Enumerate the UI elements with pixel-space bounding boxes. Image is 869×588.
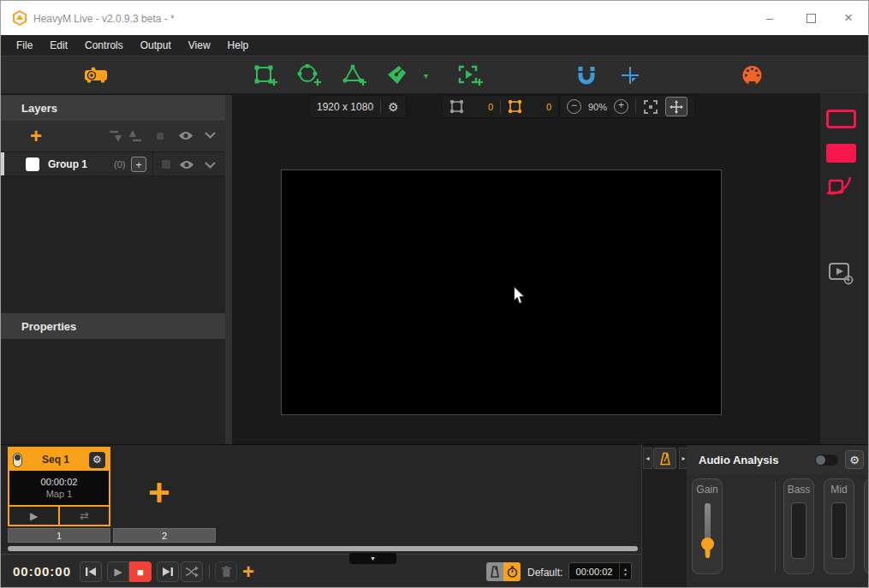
minimize-button[interactable]: – — [757, 9, 783, 27]
add-triangle-button[interactable] — [342, 64, 366, 86]
add-shape-to-group-button[interactable]: + — [131, 157, 146, 172]
add-sequence-button[interactable]: + — [148, 476, 170, 510]
zoom-in-button[interactable]: + — [614, 99, 628, 114]
zoom-control: − 90% + — [559, 95, 695, 118]
skip-forward-button[interactable] — [157, 561, 179, 582]
effects-appearance-button[interactable] — [825, 174, 853, 199]
row-divider — [152, 152, 153, 175]
mouse-cursor — [513, 286, 526, 305]
mid-meter[interactable] — [831, 502, 847, 559]
menu-output[interactable]: Output — [132, 36, 180, 55]
canvas-resolution: 1920 x 1080 — [317, 101, 373, 113]
group-count-icon — [508, 99, 522, 114]
visibility-all-eye-icon[interactable] — [178, 130, 193, 141]
heavym-logo-icon — [12, 10, 27, 26]
timer-transition-button[interactable] — [503, 562, 521, 581]
resolution-gear-icon[interactable]: ⚙ — [388, 100, 399, 114]
bass-meter[interactable] — [791, 502, 807, 559]
sequence-loop-button[interactable]: ⇄ — [58, 507, 109, 525]
menu-controls[interactable]: Controls — [76, 36, 132, 55]
menu-view[interactable]: View — [180, 36, 219, 55]
group-selected-accent — [1, 152, 4, 175]
menu-edit[interactable]: Edit — [41, 36, 76, 55]
menu-help[interactable]: Help — [219, 36, 258, 55]
render-canvas[interactable] — [281, 169, 722, 415]
gain-fader: Gain — [692, 478, 723, 574]
outline-appearance-button[interactable] — [826, 110, 856, 128]
trash-icon — [221, 566, 232, 578]
shape-count-icon — [449, 99, 464, 114]
gain-slider-handle[interactable] — [701, 538, 714, 550]
fit-view-icon[interactable] — [643, 99, 658, 115]
zoom-out-button[interactable]: − — [567, 99, 581, 114]
close-button[interactable]: × — [836, 9, 861, 27]
menubar: File Edit Controls Output View Help — [1, 35, 868, 56]
add-player-icon — [457, 64, 483, 86]
pill-separator — [635, 99, 636, 114]
properties-panel-header: Properties — [1, 313, 225, 339]
play-button[interactable]: ▶ — [107, 561, 129, 582]
expand-beats-left-button[interactable]: ◂ — [643, 448, 652, 469]
group-count-value: 0 — [529, 102, 551, 112]
maximize-button[interactable] — [798, 9, 824, 27]
zoom-level: 90% — [588, 102, 607, 112]
player-settings-button[interactable] — [828, 260, 854, 286]
sequence-gear-button[interactable]: ⚙ — [89, 452, 105, 468]
pan-tool-button[interactable] — [665, 97, 687, 116]
sequence-play-button[interactable]: ▶ — [9, 507, 58, 525]
left-panel-scrollbar[interactable] — [225, 95, 232, 444]
sequence-map-label: Map 1 — [46, 489, 73, 499]
add-triangle-icon — [342, 64, 366, 86]
add-player-button[interactable] — [457, 64, 483, 86]
mid-label: Mid — [830, 484, 847, 496]
projector-output-button[interactable] — [83, 65, 109, 86]
sequence-clip[interactable]: Seq 1 ⚙ 00:00:02 Map 1 ▶ ⇄ — [8, 447, 110, 526]
sequence-toggle-icon[interactable] — [13, 453, 22, 467]
midi-mapping-button[interactable] — [741, 65, 763, 86]
audio-analysis-toggle[interactable] — [815, 454, 838, 466]
group-visibility-eye-icon[interactable] — [179, 159, 194, 170]
column-header-1[interactable]: 1 — [8, 528, 110, 543]
tap-icon — [490, 566, 500, 578]
beats-panel-button[interactable] — [653, 448, 676, 469]
add-circle-icon — [297, 64, 321, 86]
column-header-2[interactable]: 2 — [113, 528, 216, 543]
stop-button[interactable]: ■ — [129, 561, 152, 582]
group-expand-chevron-icon[interactable] — [205, 162, 216, 169]
collapse-all-chevron-icon[interactable] — [205, 132, 216, 139]
spin-down-icon[interactable]: ▼ — [623, 572, 628, 577]
gain-slider-track[interactable] — [705, 503, 711, 556]
shape-count-value: 0 — [471, 102, 493, 112]
skip-forward-icon — [162, 567, 174, 577]
sequencer-scrollbar[interactable] — [8, 546, 638, 551]
app-window: HeavyM Live - v2.0.9.3 beta - * – × File… — [0, 0, 869, 588]
menu-file[interactable]: File — [8, 36, 41, 55]
manual-transition-button[interactable] — [486, 562, 503, 581]
delete-sequence-button[interactable] — [215, 561, 237, 582]
add-group-button[interactable]: + — [30, 124, 42, 148]
fill-appearance-button[interactable] — [826, 144, 856, 163]
skip-back-button[interactable] — [80, 561, 102, 582]
add-quad-button[interactable] — [253, 64, 277, 86]
select-all-checkbox[interactable] — [157, 133, 164, 140]
group-shape-count: (0) — [114, 159, 125, 169]
sequence-clip-body[interactable]: 00:00:02 Map 1 — [9, 471, 109, 505]
magnet-snap-button[interactable] — [575, 66, 598, 85]
move-layer-up-icon[interactable] — [128, 128, 144, 144]
move-layer-down-icon[interactable] — [107, 128, 122, 144]
group-color-swatch[interactable] — [26, 157, 39, 171]
shuffle-button[interactable] — [181, 561, 203, 582]
precision-crosshair-button[interactable] — [620, 65, 640, 86]
add-track-button[interactable]: + — [242, 560, 254, 584]
layer-group-row[interactable]: Group 1 (0) + — [1, 151, 225, 176]
sequencer-panel: Seq 1 ⚙ 00:00:02 Map 1 ▶ ⇄ + 1 2 00:00:0… — [1, 444, 641, 588]
add-circle-button[interactable] — [297, 64, 321, 86]
toggle-knob — [15, 454, 21, 460]
audio-settings-button[interactable]: ⚙ — [845, 450, 864, 469]
pen-tool-button[interactable] — [385, 64, 408, 86]
default-duration-input[interactable] — [569, 567, 619, 577]
pen-tool-dropdown[interactable]: ▾ — [424, 71, 428, 80]
spinbox-arrows[interactable]: ▲ ▼ — [619, 563, 631, 579]
group-select-checkbox[interactable] — [161, 159, 171, 169]
sequencer-collapse-button[interactable]: ▼ — [349, 553, 396, 564]
